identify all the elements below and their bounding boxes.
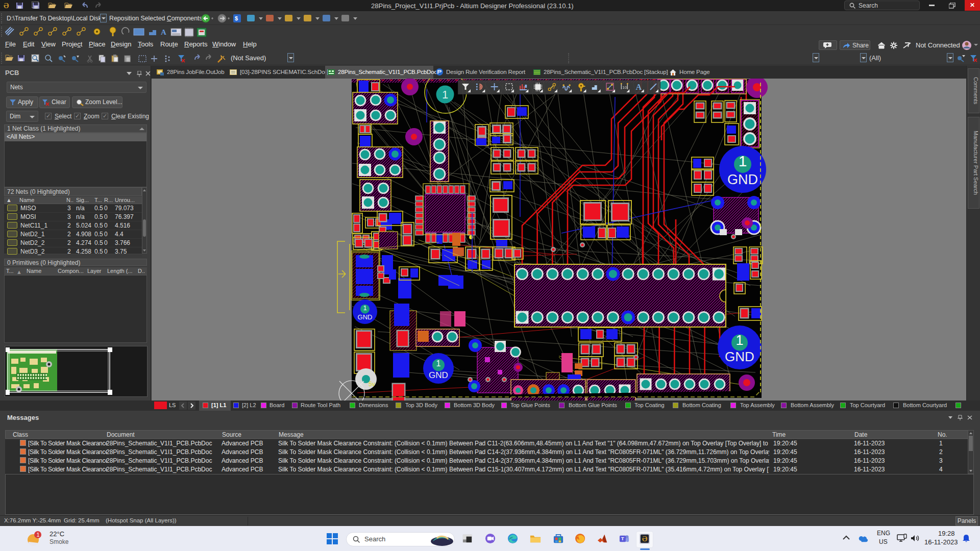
- svg-text:A: A: [161, 28, 166, 36]
- svg-text:1: 1: [363, 304, 366, 312]
- svg-text:1: 1: [442, 88, 448, 101]
- svg-text:A: A: [636, 83, 642, 91]
- svg-text:1: 1: [436, 359, 441, 368]
- svg-text:Ə: Ə: [4, 2, 9, 10]
- svg-text:GND: GND: [725, 349, 754, 364]
- svg-text:1: 1: [739, 153, 747, 169]
- svg-text:GND: GND: [429, 370, 448, 380]
- svg-text:10: 10: [622, 85, 627, 90]
- svg-text:GND: GND: [358, 313, 373, 321]
- svg-text:1: 1: [37, 532, 40, 538]
- svg-text:T: T: [621, 536, 624, 541]
- svg-text:Ə: Ə: [642, 535, 648, 543]
- svg-text:GND: GND: [727, 172, 758, 187]
- svg-text:5v: 5v: [369, 381, 375, 388]
- svg-text:1: 1: [736, 333, 743, 348]
- svg-text:$: $: [235, 15, 238, 21]
